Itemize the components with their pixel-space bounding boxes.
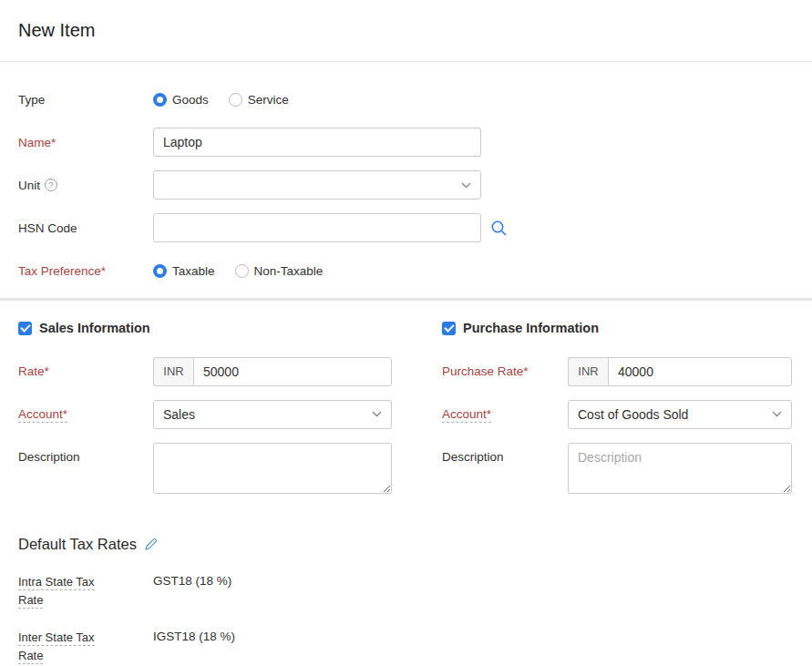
unit-select[interactable] [153,170,481,200]
sales-account-select[interactable]: Sales [153,400,392,429]
purchase-rate-label: Purchase Rate* [442,364,568,378]
sales-account-field: Sales [153,400,392,429]
sales-information-column: Sales Information Rate* INR Account* [18,321,392,507]
intra-state-tax-label-text: Intra State Tax Rate [18,575,95,609]
checkbox-checked-icon [442,322,456,335]
unit-label-text: Unit [18,179,40,192]
type-radio-service-label: Service [248,93,289,107]
intra-state-tax-value: GST18 (18 %) [153,573,231,588]
purchase-account-field: Cost of Goods Sold [568,400,792,429]
currency-prefix: INR [568,357,608,386]
purchase-rate-field: INR [568,357,792,386]
hsn-code-label: HSN Code [18,221,153,235]
intra-state-tax-label: Intra State Tax Rate [18,573,153,610]
type-row: Type Goods Service [18,85,794,114]
inter-state-tax-row: Inter State Tax Rate IGST18 (18 %) [18,629,794,665]
name-input[interactable] [153,128,481,157]
sales-description-label: Description [18,443,153,464]
sales-account-label: Account* [18,407,153,421]
purchase-account-label-text: Account* [442,407,491,423]
tax-pref-radio-non-taxable[interactable]: Non-Taxable [235,264,324,278]
chevron-down-icon [772,411,782,417]
hsn-code-input[interactable] [153,213,481,242]
sales-description-row: Description [18,443,392,494]
sales-account-label-text: Account* [18,407,67,423]
purchase-information-column: Purchase Information Purchase Rate* INR … [442,321,792,507]
purchase-rate-row: Purchase Rate* INR [442,357,792,386]
sales-information-checkbox[interactable]: Sales Information [18,321,150,335]
type-radio-goods-label: Goods [172,93,209,107]
sales-purchase-section: Sales Information Rate* INR Account* [0,301,812,507]
purchase-description-label: Description [442,443,568,464]
type-label: Type [18,93,153,107]
tax-pref-radio-taxable-label: Taxable [172,264,215,278]
purchase-rate-input[interactable] [608,357,792,386]
sales-account-row: Account* Sales [18,400,392,429]
hsn-code-field [153,213,508,242]
sales-information-header: Sales Information [18,321,392,338]
hsn-code-row: HSN Code [18,213,794,242]
purchase-account-select-value: Cost of Goods Sold [578,407,688,422]
unit-label: Unit ? [18,179,153,192]
sales-information-title: Sales Information [39,321,150,335]
page-header: New Item [0,0,812,62]
sales-description-textarea[interactable] [153,443,392,494]
purchase-information-title: Purchase Information [463,321,599,335]
tax-pref-radio-non-taxable-label: Non-Taxable [254,264,324,278]
default-tax-rates-heading: Default Tax Rates [18,536,137,553]
radio-unselected-icon [229,93,242,107]
default-tax-rates-heading-row: Default Tax Rates [18,536,794,553]
item-details-form: Type Goods Service Name* Unit [0,62,812,298]
radio-selected-icon [153,93,167,107]
edit-pencil-icon[interactable] [144,538,158,551]
type-radio-service[interactable]: Service [229,93,289,107]
sales-rate-input[interactable] [193,357,392,386]
purchase-description-textarea[interactable] [568,443,792,494]
inter-state-tax-value: IGST18 (18 %) [153,629,235,643]
page-title: New Item [18,20,794,41]
tax-preference-field: Taxable Non-Taxable [153,264,343,278]
currency-prefix: INR [153,357,193,386]
sales-rate-row: Rate* INR [18,357,392,386]
sales-rate-label: Rate* [18,364,153,378]
purchase-account-select[interactable]: Cost of Goods Sold [568,400,792,429]
purchase-description-field [568,443,792,494]
sales-description-field [153,443,392,494]
chevron-down-icon [372,411,382,417]
tax-preference-label: Tax Preference* [18,264,153,278]
unit-row: Unit ? [18,170,794,200]
search-icon[interactable] [490,220,508,237]
checkbox-checked-icon [18,322,32,335]
chevron-down-icon [461,182,471,189]
purchase-information-header: Purchase Information [442,321,792,338]
help-icon[interactable]: ? [45,179,57,191]
default-tax-rates-section: Default Tax Rates Intra State Tax Rate G… [0,507,812,665]
purchase-account-row: Account* Cost of Goods Sold [442,400,792,429]
new-item-page: New Item Type Goods Service Name* [0,0,812,666]
purchase-account-label: Account* [442,407,568,421]
sales-account-select-value: Sales [163,407,195,422]
type-field: Goods Service [153,93,309,107]
name-row: Name* [18,128,794,157]
inter-state-tax-label: Inter State Tax Rate [18,629,153,665]
tax-preference-row: Tax Preference* Taxable Non-Taxable [18,256,794,285]
tax-pref-radio-taxable[interactable]: Taxable [153,264,215,278]
type-radio-goods[interactable]: Goods [153,93,209,107]
radio-selected-icon [153,264,167,278]
purchase-description-row: Description [442,443,792,494]
intra-state-tax-row: Intra State Tax Rate GST18 (18 %) [18,573,794,610]
name-field [153,128,481,157]
radio-unselected-icon [235,264,249,278]
inter-state-tax-label-text: Inter State Tax Rate [18,630,95,664]
sales-rate-field: INR [153,357,392,386]
unit-field [153,170,481,200]
purchase-information-checkbox[interactable]: Purchase Information [442,321,599,335]
name-label: Name* [18,136,153,149]
